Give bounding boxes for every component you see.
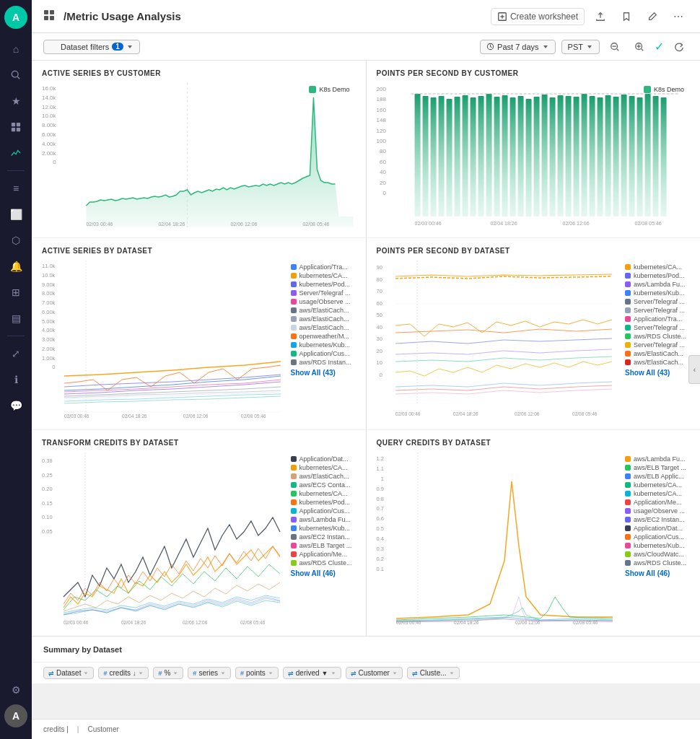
charts-row-3: TRANSFORM CREDITS BY DATASET 0.380.250.2…: [32, 430, 700, 636]
sidebar-logo[interactable]: A: [4, 6, 27, 29]
sidebar-item-layout[interactable]: ▤: [4, 307, 27, 330]
derived-chevron: ▼: [322, 670, 328, 677]
sidebar-item-info[interactable]: ℹ: [4, 368, 27, 391]
col-pill-dataset[interactable]: ⇌ Dataset: [43, 667, 94, 679]
svg-rect-5: [17, 128, 20, 131]
customer-label: Customer: [87, 725, 118, 733]
col-label: Customer: [359, 669, 390, 677]
svg-text:02/03 00:46: 02/03 00:46: [64, 414, 89, 419]
sidebar-item-home[interactable]: ⌂: [4, 38, 27, 61]
sidebar-item-list[interactable]: ≡: [4, 177, 27, 200]
chart-content: 11.0k10.0k9.00k8.00k7.00k6.00k5.00k4.00k…: [42, 261, 356, 422]
sidebar-item-settings[interactable]: ⚙: [4, 678, 27, 701]
svg-text:02/06 12:06: 02/06 12:06: [515, 411, 540, 416]
col-pill-percent[interactable]: # %: [153, 667, 183, 679]
svg-text:02/08 05:46: 02/08 05:46: [240, 620, 266, 625]
svg-rect-56: [652, 96, 658, 217]
dataset-icon: ⇌: [48, 670, 54, 677]
legend-color: [309, 86, 316, 93]
show-all-46-link[interactable]: Show All (46): [291, 569, 356, 577]
sidebar-item-bell[interactable]: 🔔: [4, 255, 27, 278]
time-range-button[interactable]: Past 7 days: [480, 40, 555, 54]
timezone-button[interactable]: PST: [561, 40, 600, 54]
svg-rect-55: [644, 94, 650, 217]
svg-point-0: [12, 71, 18, 77]
show-all-43-2-link[interactable]: Show All (43): [625, 369, 690, 377]
more-options-icon[interactable]: ⋯: [668, 6, 688, 27]
chart-content: 9080706050403020100: [377, 261, 691, 422]
header: /Metric Usage Analysis Create worksheet …: [32, 0, 700, 33]
page-title: /Metric Usage Analysis: [64, 10, 482, 22]
svg-text:02/08 05:46: 02/08 05:46: [241, 414, 266, 419]
sidebar-avatar[interactable]: A: [4, 704, 27, 727]
sidebar-item-network[interactable]: ⬡: [4, 229, 27, 252]
svg-rect-31: [454, 97, 460, 217]
sidebar-item-analytics[interactable]: [4, 141, 27, 165]
line-chart-svg: 02/03 00:46 02/04 18:26 02/06 12:06 02/0…: [59, 261, 286, 419]
show-all-43-link[interactable]: Show All (43): [291, 369, 356, 377]
bookmark-icon[interactable]: [616, 6, 636, 27]
col-pill-customer[interactable]: ⇌ Customer: [346, 667, 403, 679]
sidebar-item-share[interactable]: ⤢: [4, 342, 27, 365]
charts-row-1: ACTIVE SERIES BY CUSTOMER 16.0k14.0k12.0…: [32, 61, 700, 237]
sidebar-item-dashboards[interactable]: [4, 115, 27, 139]
legend-label: K8s Demo: [654, 86, 684, 93]
sidebar-item-chat[interactable]: 💬: [4, 394, 27, 417]
svg-text:02/08 05:46: 02/08 05:46: [302, 222, 329, 227]
sidebar: A ⌂ ★ ≡ ⬜ ⬡ 🔔 ⊞ ▤ ⤢ ℹ 💬 ⚙ A: [0, 0, 32, 739]
svg-rect-39: [517, 96, 523, 217]
svg-text:02/08 05:46: 02/08 05:46: [634, 221, 661, 226]
col-pill-cluster[interactable]: ⇌ Cluste...: [407, 667, 460, 679]
svg-rect-53: [629, 96, 634, 217]
svg-rect-54: [636, 97, 642, 217]
chart-svg-area: 02/03 00:46 02/04 18:26 02/06 12:06 02/0…: [387, 261, 621, 422]
chart-transform-credits-dataset: TRANSFORM CREDITS BY DATASET 0.380.250.2…: [32, 430, 366, 636]
sidebar-item-grid[interactable]: ⊞: [4, 281, 27, 304]
svg-rect-57: [660, 97, 666, 217]
collapse-panel-button[interactable]: ‹: [688, 355, 700, 384]
area-chart-svg: 02/03 00:46 02/04 18:26 02/06 12:06 02/0…: [62, 83, 356, 227]
content-area: ACTIVE SERIES BY CUSTOMER 16.0k14.0k12.0…: [32, 61, 700, 719]
col-label: credits: [109, 669, 130, 677]
sidebar-item-search[interactable]: [4, 64, 27, 87]
chart-content: 0.380.250.200.150.100.05: [42, 452, 356, 629]
col-chevron-icon: [172, 670, 178, 676]
zoom-out-icon[interactable]: [605, 38, 624, 56]
sidebar-item-box[interactable]: ⬜: [4, 203, 27, 226]
svg-text:02/03 00:46: 02/03 00:46: [414, 221, 441, 226]
create-worksheet-button[interactable]: Create worksheet: [491, 8, 585, 25]
svg-text:02/03 00:46: 02/03 00:46: [396, 620, 421, 625]
svg-rect-7: [50, 10, 54, 14]
query-chart-svg: 02/03 00:46 02/04 18:26 02/06 12:06 02/0…: [388, 452, 621, 626]
chart-points-per-second-customer: POINTS PER SECOND BY CUSTOMER 2001881601…: [367, 61, 701, 237]
chart-title: TRANSFORM CREDITS BY DATASET: [42, 439, 356, 447]
hash-icon-3: #: [193, 670, 196, 677]
y-axis: 9080706050403020100: [377, 261, 382, 422]
sidebar-item-favorites[interactable]: ★: [4, 89, 27, 113]
y-axis: 0.380.250.200.150.100.05: [42, 452, 53, 629]
svg-rect-52: [621, 95, 626, 217]
chart-svg-area: K8s Demo: [392, 83, 690, 230]
dataset-filters-button[interactable]: Dataset filters 1: [43, 40, 140, 54]
svg-line-1: [17, 76, 19, 79]
svg-rect-48: [589, 96, 595, 217]
refresh-icon[interactable]: [670, 38, 688, 56]
y-axis: 1.21.110.90.80.70.60.50.40.30.20.1: [377, 452, 384, 629]
svg-text:02/04 18:26: 02/04 18:26: [122, 414, 147, 419]
edit-icon[interactable]: [642, 6, 662, 27]
chart-legend: kubernetes/CA... kubernetes/Pod... aws/L…: [625, 261, 690, 422]
svg-rect-40: [525, 99, 531, 217]
svg-rect-9: [50, 16, 54, 20]
zoom-in-icon[interactable]: [630, 38, 649, 56]
col-pill-derived[interactable]: ⇌ derived ▼: [283, 667, 341, 679]
hash-icon-2: #: [158, 670, 162, 677]
col-pill-credits[interactable]: # credits ↓: [98, 667, 149, 679]
upload-icon[interactable]: [590, 6, 611, 27]
y-axis: 11.0k10.0k9.00k8.00k7.00k6.00k5.00k4.00k…: [42, 261, 55, 422]
svg-rect-43: [549, 97, 555, 217]
chart-content: 200188160148120100806040200 K8s Demo: [377, 83, 691, 230]
col-pill-points[interactable]: # points: [235, 667, 279, 679]
col-pill-series[interactable]: # series: [188, 667, 231, 679]
show-all-46-2-link[interactable]: Show All (46): [625, 569, 690, 577]
footer-row: credits | | Customer: [32, 719, 700, 739]
